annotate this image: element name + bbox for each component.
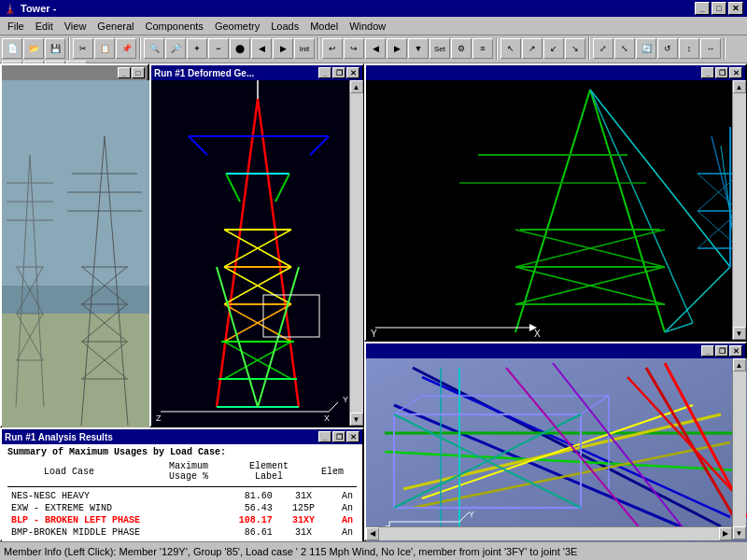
tb-copy[interactable]: 📋	[94, 38, 115, 59]
cell-element: 31XY	[276, 515, 331, 525]
scroll-left-3[interactable]: ◀	[366, 527, 379, 540]
app-icon: 🗼	[4, 3, 17, 15]
tb-b3[interactable]: 🔄	[636, 38, 656, 59]
hscroll-track-3[interactable]	[379, 527, 719, 540]
bottom-right-vscroll[interactable]: ▲ ▼	[732, 358, 745, 539]
tb-paste[interactable]: 📌	[116, 38, 136, 59]
results-close[interactable]: ✕	[346, 431, 359, 442]
scroll-track-2[interactable]	[733, 93, 746, 327]
tb-b6[interactable]: ↔	[700, 38, 721, 59]
table-row: EXW - EXTREME WIND 56.43 125P An	[9, 503, 355, 513]
tb-cut[interactable]: ✂	[73, 38, 93, 59]
cell-type: An	[332, 527, 355, 538]
deformed-minimize[interactable]: _	[318, 67, 331, 78]
scroll-track[interactable]	[350, 93, 363, 413]
table-row: NES-NESC HEAVY 81.60 31X An	[9, 491, 355, 501]
tb-prev[interactable]: ◀	[251, 38, 272, 59]
tb-undo[interactable]: ↩	[322, 38, 343, 59]
deformed-close[interactable]: ✕	[346, 67, 359, 78]
scroll-down-2[interactable]: ▼	[733, 327, 746, 340]
scroll-right-3[interactable]: ▶	[719, 527, 732, 540]
tb-next[interactable]: ▶	[273, 38, 293, 59]
tb-b2[interactable]: ⤡	[614, 38, 635, 59]
menu-window[interactable]: Window	[344, 19, 391, 34]
results-divider	[7, 486, 357, 487]
tb-circle[interactable]: ⬤	[230, 38, 250, 59]
menu-loads[interactable]: Loads	[265, 19, 304, 34]
minimize-button[interactable]: _	[695, 2, 710, 15]
tb-a2[interactable]: ↗	[522, 38, 543, 59]
cell-element: 31X	[276, 527, 331, 538]
svg-text:Y: Y	[343, 395, 348, 404]
bottom-right-hscroll[interactable]: ◀ ▶	[366, 526, 732, 539]
scroll-up-2[interactable]: ▲	[733, 80, 746, 93]
bottom-right-minimize[interactable]: _	[701, 345, 714, 357]
results-titlebar: Run #1 Analysis Results _ ❐ ✕	[2, 429, 362, 444]
tb-b5[interactable]: ↕	[679, 38, 699, 59]
svg-text:X: X	[534, 329, 541, 339]
tb-r3[interactable]: ▼	[408, 38, 429, 59]
bottom-right-window: _ ❐ ✕	[364, 342, 747, 541]
deformed-restore[interactable]: ❐	[332, 67, 345, 78]
tb-zoom-in[interactable]: 🔍	[144, 38, 164, 59]
cell-usage: 108.17	[205, 515, 274, 525]
tb-b1[interactable]: ⤢	[593, 38, 613, 59]
menu-view[interactable]: View	[59, 19, 92, 34]
deformed-svg: Z X Y	[151, 80, 364, 427]
cell-loadcase: BLP - BROKEN LEFT PHASE	[9, 515, 204, 525]
scroll-down-3[interactable]: ▼	[733, 526, 746, 539]
cell-loadcase: NES-NESC HEAVY	[9, 491, 204, 501]
tb-a4[interactable]: ↘	[565, 38, 585, 59]
tb-open[interactable]: 📂	[23, 38, 44, 59]
results-panel: Run #1 Analysis Results _ ❐ ✕ Summary of…	[0, 427, 364, 541]
tb-lines[interactable]: ≡	[472, 38, 493, 59]
table-row: BLP - BROKEN LEFT PHASE 108.17 31XY An	[9, 515, 355, 525]
bottom-right-restore[interactable]: ❐	[715, 345, 728, 357]
svg-text:Y: Y	[371, 329, 377, 339]
tb-r2[interactable]: ▶	[387, 38, 407, 59]
photo-minimize[interactable]: _	[118, 67, 131, 78]
tb-redo[interactable]: ↪	[344, 38, 364, 59]
scroll-down[interactable]: ▼	[350, 413, 363, 426]
maximize-button[interactable]: □	[712, 2, 726, 15]
cell-usage: 86.61	[205, 527, 274, 538]
top-right-close[interactable]: ✕	[729, 67, 742, 78]
scroll-up[interactable]: ▲	[350, 80, 363, 93]
menu-model[interactable]: Model	[304, 19, 344, 34]
results-restore[interactable]: ❐	[332, 431, 345, 442]
tb-set[interactable]: Set	[430, 38, 450, 59]
svg-rect-62	[366, 80, 747, 342]
menu-components[interactable]: Components	[140, 19, 209, 34]
tb-b4[interactable]: ↺	[657, 38, 678, 59]
top-right-svg: Y X	[366, 80, 747, 342]
close-button[interactable]: ✕	[728, 2, 743, 15]
tb-a1[interactable]: ↖	[500, 38, 521, 59]
menu-general[interactable]: General	[92, 19, 139, 34]
tb-new[interactable]: 📄	[2, 38, 22, 59]
tb-add[interactable]: +	[187, 38, 207, 59]
svg-text:Z: Z	[156, 413, 162, 423]
menu-geometry[interactable]: Geometry	[209, 19, 265, 34]
results-minimize[interactable]: _	[318, 431, 331, 442]
photo-maximize[interactable]: □	[132, 67, 145, 78]
menu-file[interactable]: File	[2, 19, 30, 34]
scroll-up-3[interactable]: ▲	[733, 358, 746, 371]
tb-zoom-out[interactable]: 🔎	[165, 38, 186, 59]
menu-edit[interactable]: Edit	[30, 19, 59, 34]
tb-save[interactable]: 💾	[45, 38, 65, 59]
tb-gear[interactable]: ⚙	[451, 38, 472, 59]
bottom-right-close[interactable]: ✕	[729, 345, 742, 357]
scroll-track-3[interactable]	[733, 371, 746, 526]
menu-bar: File Edit View General Components Geomet…	[0, 17, 747, 35]
deformed-vscroll[interactable]: ▲ ▼	[349, 80, 362, 426]
tb-a3[interactable]: ↙	[543, 38, 564, 59]
top-right-restore[interactable]: ❐	[715, 67, 728, 78]
toolbar: 📄 📂 💾 ✂ 📋 📌 🔍 🔎 + − ⬤ ◀ ▶ Init ↩ ↪ ◀ ▶ ▼…	[0, 35, 747, 63]
top-right-vscroll[interactable]: ▲ ▼	[732, 80, 745, 340]
col-maxusage: MaximumUsage %	[149, 461, 228, 483]
top-right-titlebar: _ ❐ ✕	[366, 65, 745, 80]
tb-init[interactable]: Init	[294, 38, 315, 59]
tb-r1[interactable]: ◀	[365, 38, 386, 59]
top-right-minimize[interactable]: _	[701, 67, 714, 78]
tb-sub[interactable]: −	[208, 38, 229, 59]
